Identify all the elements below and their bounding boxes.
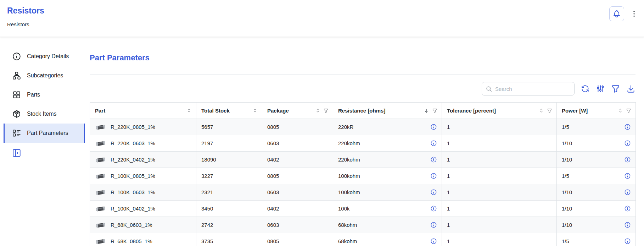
download-icon [626, 84, 635, 93]
collapse-sidebar-button[interactable] [12, 148, 22, 158]
column-header-package[interactable]: Package [262, 103, 333, 119]
info-icon[interactable] [624, 173, 631, 180]
column-filter-icon[interactable] [626, 108, 631, 113]
sitemap-icon [12, 71, 21, 80]
collapse-sidebar-icon [12, 148, 21, 158]
download-button[interactable] [626, 84, 635, 93]
dots-vertical-icon [630, 10, 638, 18]
search-icon [486, 86, 492, 92]
package-value: 0603 [262, 217, 333, 233]
resistance-value: 100kohm [338, 173, 360, 179]
sort-icon[interactable] [315, 108, 320, 113]
column-filter-icon[interactable] [323, 108, 329, 113]
tolerance-value: 1 [442, 217, 557, 233]
power-value: 1/5 [562, 173, 569, 179]
stock-box-icon [12, 109, 21, 119]
overflow-menu-button[interactable] [629, 6, 639, 21]
tolerance-value: 1 [442, 135, 557, 152]
info-icon[interactable] [430, 222, 437, 229]
adjustments-icon [596, 84, 605, 93]
resistance-value: 100kohm [338, 189, 360, 195]
tolerance-value: 1 [442, 201, 557, 217]
total-stock-value: 2742 [196, 217, 262, 233]
column-header-power[interactable]: Power [W] [557, 103, 636, 119]
tolerance-value: 1 [442, 233, 557, 246]
column-header-resistance[interactable]: Resistance [ohms] [333, 103, 442, 119]
info-icon[interactable] [624, 140, 631, 147]
column-label: Total Stock [201, 108, 230, 114]
total-stock-value: 3450 [196, 201, 262, 217]
power-value: 1/10 [562, 206, 572, 212]
resistance-value: 220kR [338, 124, 353, 130]
sort-icon[interactable] [539, 108, 544, 113]
part-thumbnail [95, 156, 106, 164]
info-circle-icon [12, 52, 21, 61]
sidebar-item-stock-items[interactable]: Stock Items [4, 104, 85, 124]
info-icon[interactable] [430, 205, 437, 212]
column-header-tolerance[interactable]: Tolerance [percent] [442, 103, 557, 119]
table-row[interactable]: R_220K_0402_1% 18090 0402 220kohm 1 1/10 [90, 152, 636, 168]
info-icon[interactable] [624, 124, 631, 131]
info-icon[interactable] [624, 205, 631, 212]
info-icon[interactable] [624, 238, 631, 245]
column-filter-icon[interactable] [432, 108, 437, 113]
part-thumbnail [95, 188, 106, 196]
info-icon[interactable] [624, 189, 631, 196]
power-value: 1/10 [562, 140, 572, 146]
adjustments-button[interactable] [596, 84, 605, 93]
sort-icon[interactable] [186, 108, 192, 113]
column-filter-icon[interactable] [547, 108, 552, 113]
table-row[interactable]: R_220K_0603_1% 2197 0603 220kohm 1 1/10 [90, 135, 636, 152]
table-row[interactable]: R_100K_0805_1% 3227 0805 100kohm 1 1/5 [90, 168, 636, 184]
part-thumbnail [95, 172, 106, 180]
info-icon[interactable] [430, 238, 437, 245]
info-icon[interactable] [624, 156, 631, 163]
info-icon[interactable] [430, 124, 437, 131]
search-input[interactable] [495, 86, 571, 92]
sidebar-item-category-details[interactable]: Category Details [4, 47, 85, 66]
column-header-total-stock[interactable]: Total Stock [196, 103, 262, 119]
part-parameters-table: Part Total Stock Package [90, 102, 636, 246]
part-name: R_100K_0402_1% [111, 206, 155, 212]
part-name: R_220K_0805_1% [111, 124, 155, 130]
bell-icon [612, 10, 621, 18]
column-header-part[interactable]: Part [90, 103, 196, 119]
sidebar-item-label: Parts [27, 92, 40, 98]
info-icon[interactable] [430, 140, 437, 147]
sidebar-item-label: Part Parameters [27, 130, 68, 136]
total-stock-value: 2197 [196, 135, 262, 152]
list-details-icon [12, 129, 21, 138]
sidebar-item-parts[interactable]: Parts [4, 85, 85, 104]
page-header: Resistors Resistors [0, 0, 644, 37]
total-stock-value: 18090 [196, 152, 262, 168]
sidebar-item-subcategories[interactable]: Subcategories [4, 66, 85, 85]
table-row[interactable]: R_220K_0805_1% 5657 0805 220kR 1 1/5 [90, 119, 636, 135]
sidebar-item-label: Category Details [27, 53, 69, 60]
total-stock-value: 5657 [196, 119, 262, 135]
part-name: R_68K_0805_1% [111, 238, 152, 244]
breadcrumb[interactable]: Resistors [7, 21, 44, 27]
tolerance-value: 1 [442, 119, 557, 135]
main-content: Part Parameters [85, 37, 644, 246]
sort-icon[interactable] [252, 108, 258, 113]
table-row[interactable]: R_100K_0402_1% 3450 0402 100k 1 1/10 [90, 201, 636, 217]
filter-button[interactable] [611, 84, 620, 93]
notifications-button[interactable] [609, 6, 624, 21]
table-row[interactable]: R_100K_0603_1% 2321 0603 100kohm 1 1/10 [90, 184, 636, 201]
sort-descending-icon[interactable] [424, 108, 429, 114]
sort-icon[interactable] [618, 108, 623, 113]
power-value: 1/5 [562, 124, 569, 130]
column-label: Resistance [ohms] [338, 108, 385, 114]
table-row[interactable]: R_68K_0805_1% 3735 0805 68kohm 1 1/5 [90, 233, 636, 246]
column-label: Package [267, 108, 289, 114]
table-row[interactable]: R_68K_0603_1% 2742 0603 68kohm 1 1/10 [90, 217, 636, 233]
search-box [482, 82, 575, 95]
info-icon[interactable] [624, 222, 631, 229]
info-icon[interactable] [430, 173, 437, 180]
sidebar-item-part-parameters[interactable]: Part Parameters [4, 124, 85, 143]
part-name: R_220K_0402_1% [111, 157, 155, 163]
refresh-button[interactable] [581, 84, 590, 93]
info-icon[interactable] [430, 156, 437, 163]
package-value: 0402 [262, 152, 333, 168]
info-icon[interactable] [430, 189, 437, 196]
